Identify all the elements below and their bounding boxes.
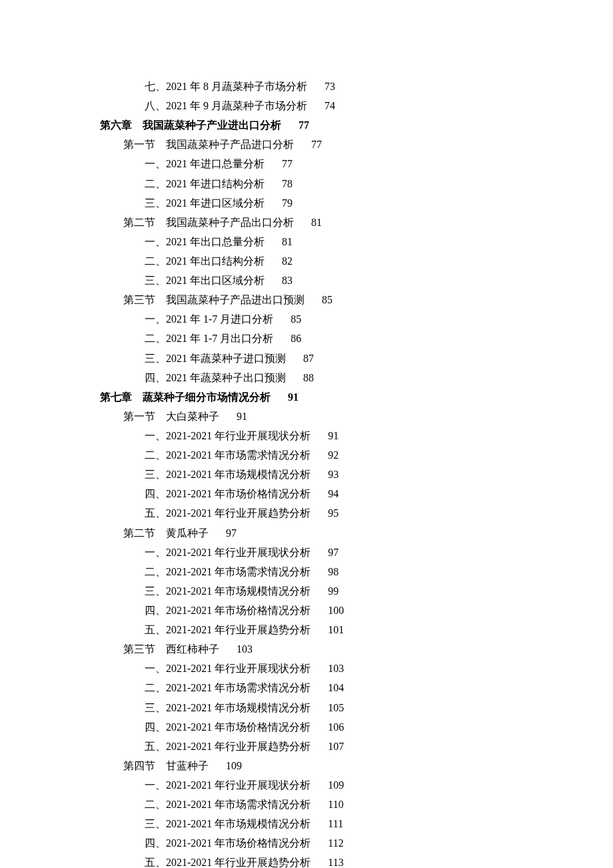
toc-entry-page: 100: [328, 605, 344, 616]
toc-entry-title: 五、2021-2021 年行业开展趋势分析: [145, 857, 310, 868]
toc-entry: 二、2021 年 1-7 月出口分析86: [100, 329, 513, 348]
toc-entry-title: 七、2021 年 8 月蔬菜种子市场分析: [145, 81, 307, 92]
toc-entry-page: 87: [303, 353, 314, 364]
toc-entry: 二、2021 年出口结构分析82: [100, 251, 513, 271]
toc-entry-title: 第二节 黄瓜种子: [123, 527, 209, 539]
toc-entry-page: 91: [328, 430, 338, 441]
toc-entry-page: 77: [311, 139, 322, 150]
toc-entry: 一、2021-2021 年行业开展现状分析97: [100, 543, 513, 562]
toc-entry: 第一节 我国蔬菜种子产品进口分析77: [100, 135, 513, 154]
toc-entry: 一、2021 年进口总量分析77: [100, 154, 513, 173]
toc-entry-page: 107: [328, 741, 344, 752]
toc-entry-page: 112: [328, 837, 343, 849]
toc-entry-page: 110: [328, 799, 343, 810]
toc-entry-page: 77: [299, 119, 309, 131]
toc-entry: 一、2021-2021 年行业开展现状分析109: [100, 775, 513, 795]
toc-entry: 四、2021-2021 年市场价格情况分析106: [100, 717, 513, 737]
toc-entry-title: 二、2021-2021 年市场需求情况分析: [145, 682, 310, 693]
toc-entry-title: 五、2021-2021 年行业开展趋势分析: [145, 507, 310, 519]
toc-entry: 五、2021-2021 年行业开展趋势分析107: [100, 737, 513, 756]
toc-entry-title: 四、2021-2021 年市场价格情况分析: [145, 488, 310, 499]
toc-entry-title: 第一节 我国蔬菜种子产品进口分析: [123, 139, 294, 150]
toc-entry-title: 第六章 我国蔬菜种子产业进出口分析: [100, 119, 281, 131]
toc-entry-page: 91: [237, 411, 247, 422]
toc-entry-page: 91: [288, 391, 299, 403]
toc-entry: 三、2021 年出口区域分析83: [100, 271, 513, 290]
toc-entry-page: 88: [303, 372, 314, 383]
toc-entry-title: 第三节 西红柿种子: [123, 643, 219, 655]
toc-entry-title: 二、2021 年进口结构分析: [145, 178, 265, 189]
toc-entry: 二、2021-2021 年市场需求情况分析92: [100, 445, 513, 465]
toc-entry-page: 92: [328, 449, 338, 461]
toc-entry-page: 98: [328, 566, 338, 577]
toc-entry-page: 85: [291, 313, 301, 325]
toc-entry: 四、2021-2021 年市场价格情况分析94: [100, 484, 513, 503]
toc-entry-page: 101: [328, 624, 344, 635]
toc-entry-page: 95: [328, 507, 338, 519]
toc-entry-title: 第四节 甘蓝种子: [123, 760, 209, 771]
toc-entry-title: 第三节 我国蔬菜种子产品进出口预测: [123, 294, 305, 305]
toc-entry-title: 五、2021-2021 年行业开展趋势分析: [145, 624, 310, 635]
toc-entry-page: 77: [282, 158, 293, 169]
toc-entry-page: 74: [324, 100, 335, 111]
toc-entry-page: 113: [328, 857, 343, 868]
toc-entry: 三、2021 年进口区域分析79: [100, 193, 513, 213]
toc-entry-page: 79: [282, 197, 293, 209]
toc-entry: 四、2021-2021 年市场价格情况分析100: [100, 601, 513, 620]
toc-entry: 二、2021 年进口结构分析78: [100, 174, 513, 193]
toc-entry-title: 三、2021 年进口区域分析: [145, 197, 265, 209]
toc-entry-title: 一、2021-2021 年行业开展现状分析: [145, 547, 310, 558]
toc-entry-page: 73: [324, 81, 335, 92]
toc-entry: 一、2021 年 1-7 月进口分析85: [100, 309, 513, 329]
toc-entry: 第二节 黄瓜种子97: [100, 523, 513, 543]
toc-entry: 二、2021-2021 年市场需求情况分析110: [100, 795, 513, 814]
toc-entry: 二、2021-2021 年市场需求情况分析104: [100, 678, 513, 697]
toc-entry: 三、2021-2021 年市场规模情况分析105: [100, 698, 513, 717]
toc-page: 七、2021 年 8 月蔬菜种子市场分析73八、2021 年 9 月蔬菜种子市场…: [0, 0, 613, 868]
toc-entry: 三、2021-2021 年市场规模情况分析111: [100, 814, 513, 833]
toc-entry-page: 85: [322, 294, 332, 305]
toc-entry-page: 103: [328, 663, 344, 674]
toc-entry-title: 四、2021 年蔬菜种子出口预测: [145, 372, 286, 383]
toc-entry: 三、2021-2021 年市场规模情况分析93: [100, 465, 513, 484]
toc-entry-title: 四、2021-2021 年市场价格情况分析: [145, 605, 310, 616]
toc-entry: 一、2021-2021 年行业开展现状分析103: [100, 659, 513, 678]
toc-entry: 七、2021 年 8 月蔬菜种子市场分析73: [100, 77, 513, 96]
toc-entry-page: 82: [282, 255, 293, 267]
toc-entry-page: 103: [237, 643, 253, 655]
toc-entry: 第三节 西红柿种子103: [100, 639, 513, 659]
toc-entry: 一、2021 年出口总量分析81: [100, 232, 513, 251]
toc-entry-page: 106: [328, 721, 344, 733]
toc-entry: 第六章 我国蔬菜种子产业进出口分析77: [100, 115, 513, 135]
toc-entry: 二、2021-2021 年市场需求情况分析98: [100, 562, 513, 581]
toc-entry-title: 二、2021 年出口结构分析: [145, 255, 265, 267]
toc-entry-page: 78: [282, 178, 293, 189]
toc-entry-title: 三、2021-2021 年市场规模情况分析: [145, 585, 310, 597]
toc-entry-page: 111: [328, 818, 343, 829]
toc-entry-title: 一、2021-2021 年行业开展现状分析: [145, 663, 310, 674]
toc-entry: 五、2021-2021 年行业开展趋势分析95: [100, 503, 513, 523]
toc-list: 七、2021 年 8 月蔬菜种子市场分析73八、2021 年 9 月蔬菜种子市场…: [100, 77, 513, 868]
toc-entry-page: 109: [328, 779, 344, 791]
toc-entry: 第一节 大白菜种子91: [100, 407, 513, 426]
toc-entry-page: 81: [311, 217, 322, 228]
toc-entry: 三、2021-2021 年市场规模情况分析99: [100, 581, 513, 601]
toc-entry-page: 81: [282, 236, 293, 247]
toc-entry-page: 86: [291, 333, 301, 344]
toc-entry: 三、2021 年蔬菜种子进口预测87: [100, 349, 513, 368]
toc-entry: 五、2021-2021 年行业开展趋势分析101: [100, 620, 513, 639]
toc-entry: 一、2021-2021 年行业开展现状分析91: [100, 426, 513, 445]
toc-entry-title: 第七章 蔬菜种子细分市场情况分析: [100, 391, 271, 403]
toc-entry-title: 第二节 我国蔬菜种子产品出口分析: [123, 217, 294, 228]
toc-entry-page: 97: [226, 527, 237, 539]
toc-entry-title: 二、2021-2021 年市场需求情况分析: [145, 449, 310, 461]
toc-entry-page: 109: [226, 760, 242, 771]
toc-entry: 第二节 我国蔬菜种子产品出口分析81: [100, 213, 513, 232]
toc-entry-page: 99: [328, 585, 338, 597]
toc-entry-page: 94: [328, 488, 338, 499]
toc-entry-title: 三、2021 年蔬菜种子进口预测: [145, 353, 286, 364]
toc-entry-page: 105: [328, 702, 344, 713]
toc-entry-title: 三、2021 年出口区域分析: [145, 275, 265, 286]
toc-entry-title: 一、2021-2021 年行业开展现状分析: [145, 779, 310, 791]
toc-entry: 四、2021 年蔬菜种子出口预测88: [100, 368, 513, 387]
